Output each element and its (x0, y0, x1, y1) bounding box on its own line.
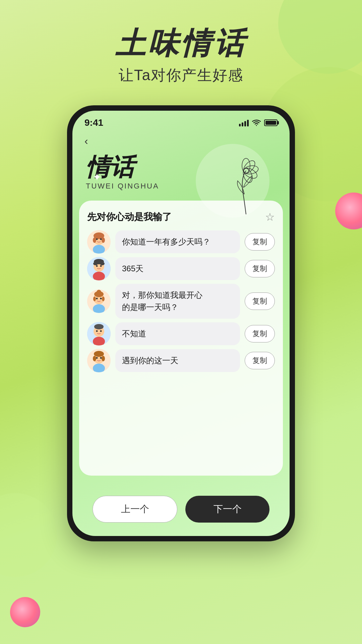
status-icons (239, 119, 278, 126)
dialog-list: 你知道一年有多少天吗？ 复制 (87, 230, 275, 372)
svg-point-18 (93, 262, 98, 265)
svg-point-41 (93, 356, 96, 361)
phone-wrapper: 9:41 ‹ (0, 105, 362, 541)
svg-point-42 (102, 356, 105, 361)
phone-frame: 9:41 ‹ (67, 105, 295, 541)
signal-icon (239, 119, 249, 126)
svg-point-36 (100, 330, 102, 332)
svg-point-20 (96, 265, 98, 267)
card-title: 先对你心动是我输了 (87, 211, 172, 223)
main-title: 土味情话 (0, 27, 362, 60)
next-button[interactable]: 下一个 (185, 496, 269, 523)
dialog-item: 365天 复制 (87, 257, 275, 280)
avatar-girl-3 (87, 349, 111, 372)
bubble-1: 你知道一年有多少天吗？ (115, 230, 240, 253)
wifi-icon (252, 119, 261, 126)
svg-point-34 (94, 324, 104, 329)
dialog-item: 不知道 复制 (87, 322, 275, 345)
svg-point-10 (93, 237, 96, 243)
svg-point-21 (100, 265, 102, 267)
battery-icon (264, 119, 278, 126)
content-card: 先对你心动是我输了 ☆ (79, 201, 283, 476)
svg-point-11 (102, 237, 105, 243)
svg-point-29 (96, 298, 98, 300)
svg-point-44 (100, 357, 102, 359)
bubble-5: 遇到你的这一天 (115, 349, 240, 372)
avatar-girl-1 (87, 230, 111, 254)
phone-screen: 9:41 ‹ (72, 111, 290, 536)
status-bar: 9:41 (72, 111, 290, 131)
heart-decoration-bottom-left (10, 597, 40, 627)
prev-button[interactable]: 上一个 (93, 496, 177, 523)
app-header: ✦ 情话 TUWEI QINGHUA (72, 151, 290, 197)
copy-button-2[interactable]: 复制 (245, 260, 275, 277)
svg-point-12 (96, 238, 98, 240)
svg-point-27 (93, 297, 96, 301)
back-button[interactable]: ‹ (72, 131, 290, 151)
dialog-item: 遇到你的这一天 复制 (87, 349, 275, 372)
avatar-girl-2 (87, 289, 111, 313)
svg-point-40 (94, 351, 104, 357)
sparkle-decoration: ✦ (93, 171, 102, 183)
bubble-2: 365天 (115, 257, 240, 280)
svg-point-26 (97, 290, 101, 294)
svg-point-30 (100, 298, 102, 300)
sub-title: 让Ta对你产生好感 (0, 65, 362, 85)
dialog-item: 你知道一年有多少天吗？ 复制 (87, 230, 275, 254)
svg-point-13 (100, 238, 102, 240)
svg-point-43 (96, 357, 98, 359)
avatar-boy-1 (87, 257, 111, 280)
dialog-item: 对，那你知道我最开心的是哪一天吗？ 复制 (87, 284, 275, 319)
heart-decoration-top-right (335, 193, 362, 229)
bubble-4: 不知道 (115, 322, 240, 345)
svg-point-35 (96, 330, 98, 332)
copy-button-3[interactable]: 复制 (245, 292, 275, 310)
bubble-3: 对，那你知道我最开心的是哪一天吗？ (115, 284, 240, 319)
copy-button-1[interactable]: 复制 (245, 233, 275, 251)
status-time: 9:41 (84, 117, 103, 128)
svg-point-19 (100, 262, 105, 265)
page-header: 土味情话 让Ta对你产生好感 (0, 0, 362, 99)
flower-decoration (219, 151, 273, 218)
copy-button-5[interactable]: 复制 (245, 352, 275, 369)
avatar-boy-2 (87, 322, 111, 345)
svg-point-28 (102, 297, 105, 301)
copy-button-4[interactable]: 复制 (245, 325, 275, 342)
bottom-buttons: 上一个 下一个 (72, 496, 290, 523)
